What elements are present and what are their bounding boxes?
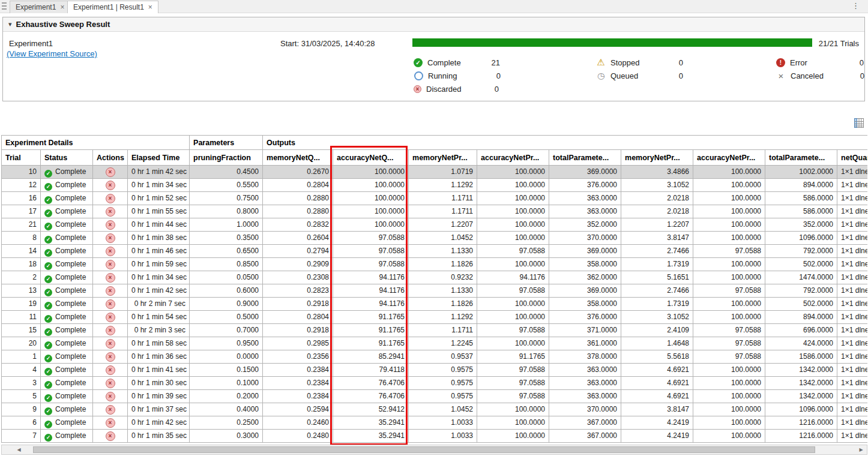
column-header[interactable]: Elapsed Time: [128, 150, 190, 166]
discard-trial-button[interactable]: ×: [106, 181, 115, 190]
column-header[interactable]: totalParamete...: [765, 150, 837, 166]
value-cell: 0.4500: [190, 166, 263, 179]
table-row[interactable]: 13✓Complete×0 hr 1 min 42 sec0.60000.282…: [2, 284, 868, 298]
discard-trial-button[interactable]: ×: [106, 286, 115, 296]
discard-trial-button[interactable]: ×: [106, 365, 115, 375]
table-row[interactable]: 3✓Complete×0 hr 1 min 30 sec0.10000.2384…: [2, 377, 868, 390]
value-cell: 376.0000: [549, 311, 621, 324]
value-cell: 97.0588: [333, 245, 409, 258]
value-cell: 0.1500: [190, 364, 263, 377]
column-header[interactable]: Status: [41, 150, 93, 166]
value-cell: 0.2804: [263, 311, 333, 324]
status-cell: ✓Complete: [41, 218, 93, 232]
overflow-menu-icon[interactable]: ⋮: [852, 1, 860, 10]
table-row[interactable]: 8✓Complete×0 hr 1 min 38 sec0.35000.2604…: [2, 232, 868, 245]
discard-trial-button[interactable]: ×: [106, 313, 115, 322]
value-cell: 100.0000: [693, 218, 765, 232]
discard-trial-button[interactable]: ×: [106, 431, 115, 441]
table-row[interactable]: 7✓Complete×0 hr 1 min 35 sec0.30000.2480…: [2, 430, 868, 443]
discard-trial-button[interactable]: ×: [106, 326, 115, 335]
legend-queued: ◷ Queued 0: [596, 69, 683, 82]
column-header[interactable]: accuracyNetPr...: [477, 150, 549, 166]
scroll-right-button[interactable]: ▶: [856, 446, 866, 454]
discard-trial-button[interactable]: ×: [106, 220, 115, 230]
actions-cell: ×: [93, 232, 128, 245]
complete-icon: ✓: [44, 262, 52, 270]
value-cell: 1216.0000: [765, 416, 837, 430]
discard-trial-button[interactable]: ×: [106, 167, 115, 177]
discard-trial-button[interactable]: ×: [106, 418, 115, 428]
trial-cell: 11: [2, 311, 41, 324]
table-row[interactable]: 19✓Complete×0 hr 2 min 7 sec0.90000.2918…: [2, 298, 868, 311]
table-row[interactable]: 16✓Complete×0 hr 1 min 52 sec0.75000.288…: [2, 192, 868, 205]
horizontal-scrollbar[interactable]: ◀ ▶: [1, 445, 867, 455]
discard-trial-button[interactable]: ×: [106, 379, 115, 388]
table-columns-button[interactable]: [853, 117, 865, 129]
close-icon[interactable]: ×: [60, 4, 64, 11]
complete-icon: ✓: [44, 355, 52, 362]
value-cell: 2.4109: [621, 324, 693, 337]
discard-trial-button[interactable]: ×: [106, 207, 115, 217]
value-cell: 894.0000: [765, 311, 837, 324]
table-row[interactable]: 9✓Complete×0 hr 1 min 37 sec0.40000.2594…: [2, 403, 868, 416]
table-row[interactable]: 11✓Complete×0 hr 1 min 54 sec0.50000.280…: [2, 311, 868, 324]
elapsed-time-cell: 0 hr 1 min 42 sec: [128, 284, 190, 298]
table-row[interactable]: 14✓Complete×0 hr 1 min 46 sec0.65000.279…: [2, 245, 868, 258]
column-header[interactable]: accuracyNetPr...: [693, 150, 765, 166]
value-cell: 352.0000: [765, 218, 837, 232]
table-row[interactable]: 18✓Complete×0 hr 1 min 59 sec0.85000.290…: [2, 258, 868, 271]
table-row[interactable]: 6✓Complete×0 hr 1 min 42 sec0.25000.2460…: [2, 416, 868, 430]
column-header[interactable]: memoryNetQ...: [263, 150, 333, 166]
column-header[interactable]: accuracyNetQ...: [333, 150, 409, 166]
table-row[interactable]: 1✓Complete×0 hr 1 min 36 sec0.00000.2356…: [2, 350, 868, 364]
table-row[interactable]: 17✓Complete×0 hr 1 min 55 sec0.80000.288…: [2, 205, 868, 218]
collapse-arrow-icon[interactable]: ▾: [8, 20, 12, 28]
table-row[interactable]: 21✓Complete×0 hr 1 min 44 sec1.00000.283…: [2, 218, 868, 232]
discard-trial-button[interactable]: ×: [106, 405, 115, 415]
tab-experiment1-result1[interactable]: Experiment1 | Result1 ×: [67, 1, 158, 13]
table-row[interactable]: 2✓Complete×0 hr 1 min 34 sec0.05000.2308…: [2, 271, 868, 284]
scroll-left-button[interactable]: ◀: [14, 446, 24, 454]
close-icon[interactable]: ×: [148, 4, 152, 11]
complete-icon: ✓: [44, 196, 52, 204]
value-cell: 370.0000: [549, 232, 621, 245]
scrollbar-thumb[interactable]: [33, 446, 815, 453]
column-header[interactable]: Actions: [93, 150, 128, 166]
column-header[interactable]: Trial: [2, 150, 41, 166]
table-row[interactable]: 10✓Complete×0 hr 1 min 42 sec0.45000.267…: [2, 166, 868, 179]
column-header[interactable]: netQuan: [837, 150, 867, 166]
value-cell: 371.0000: [549, 324, 621, 337]
column-header[interactable]: totalParamete...: [549, 150, 621, 166]
value-cell: 100.0000: [477, 218, 549, 232]
discard-trial-button[interactable]: ×: [106, 339, 115, 349]
status-label: Complete: [55, 181, 86, 189]
value-cell: 0.3000: [190, 430, 263, 443]
value-cell: 369.0000: [549, 284, 621, 298]
column-header[interactable]: memoryNetPr...: [409, 150, 477, 166]
discard-trial-button[interactable]: ×: [106, 233, 115, 243]
discard-trial-button[interactable]: ×: [106, 194, 115, 203]
status-cell: ✓Complete: [41, 364, 93, 377]
discard-trial-button[interactable]: ×: [106, 260, 115, 269]
table-row[interactable]: 15✓Complete×0 hr 2 min 3 sec0.70000.2918…: [2, 324, 868, 337]
table-row[interactable]: 20✓Complete×0 hr 1 min 58 sec0.95000.298…: [2, 337, 868, 350]
discard-trial-button[interactable]: ×: [106, 247, 115, 256]
table-row[interactable]: 4✓Complete×0 hr 1 min 41 sec0.15000.2384…: [2, 364, 868, 377]
tab-list-icon[interactable]: [2, 2, 8, 11]
legend-stopped: ⚠ Stopped 0: [596, 56, 683, 69]
column-header[interactable]: memoryNetPr...: [621, 150, 693, 166]
actions-cell: ×: [93, 258, 128, 271]
discard-trial-button[interactable]: ×: [106, 352, 115, 362]
discard-trial-button[interactable]: ×: [106, 273, 115, 283]
table-row[interactable]: 5✓Complete×0 hr 1 min 39 sec0.20000.2384…: [2, 390, 868, 403]
panel-header[interactable]: ▾ Exhaustive Sweep Result: [3, 17, 864, 32]
discard-trial-button[interactable]: ×: [106, 392, 115, 401]
tab-experiment1[interactable]: Experiment1 ×: [10, 1, 70, 13]
value-cell: 0.2880: [263, 205, 333, 218]
value-cell: 1×1 dlne: [837, 364, 867, 377]
table-row[interactable]: 12✓Complete×0 hr 1 min 34 sec0.55000.280…: [2, 179, 868, 192]
discard-trial-button[interactable]: ×: [106, 299, 115, 309]
view-experiment-source-link[interactable]: (View Experiment Source): [7, 49, 97, 58]
trial-cell: 18: [2, 258, 41, 271]
column-header[interactable]: pruningFraction: [190, 150, 263, 166]
